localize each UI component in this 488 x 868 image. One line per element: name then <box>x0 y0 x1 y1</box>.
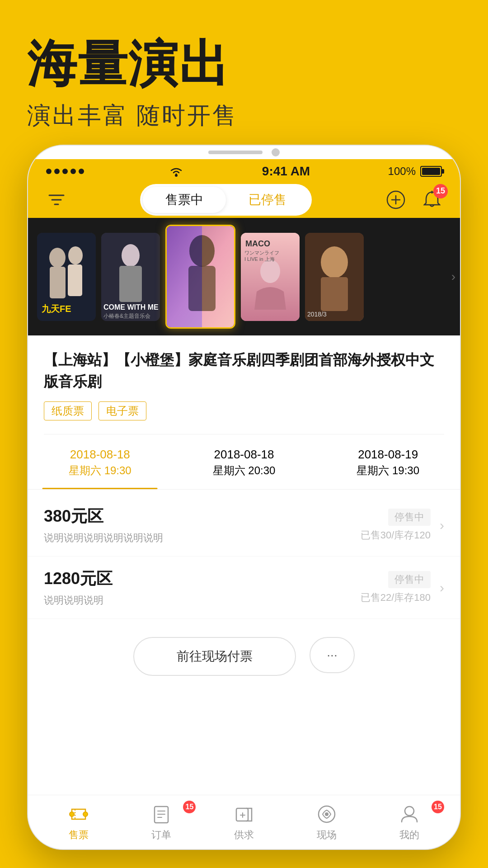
bottom-nav: 售票 15 订单 <box>28 795 460 849</box>
battery-fill <box>422 168 440 175</box>
time-slot-3[interactable]: 2018-08-19 星期六 19:30 <box>316 434 460 489</box>
nav-item-supply[interactable]: 供求 <box>202 803 285 842</box>
live-nav-icon <box>315 803 338 826</box>
nav-item-ticket[interactable]: 售票 <box>37 803 120 842</box>
svg-point-25 <box>260 259 280 283</box>
nav-item-live[interactable]: 现场 <box>286 803 368 842</box>
go-to-venue-button[interactable]: 前往现场付票 <box>133 637 296 676</box>
svg-text:ワンマンライフ: ワンマンライフ <box>244 250 279 255</box>
carousel-item[interactable]: MACO ワンマンライフ I LIVE in 上海 <box>241 233 300 321</box>
slot-date-2: 2018-08-18 <box>181 446 307 463</box>
filter-icon <box>47 192 66 208</box>
signal-dot <box>79 169 84 174</box>
battery-percent: 100% <box>388 165 416 178</box>
status-label-2: 停售中 <box>388 571 431 588</box>
nav-label-ticket: 售票 <box>69 828 89 842</box>
svg-text:小椿春&主题音乐会: 小椿春&主题音乐会 <box>103 313 150 319</box>
hero-subtitle: 演出丰富 随时开售 <box>27 100 461 132</box>
time-slot-1[interactable]: 2018-08-18 星期六 19:30 <box>28 434 172 489</box>
signal-dot <box>54 169 60 174</box>
ticket-info-1: 380元区 说明说明说明说明说明说明 <box>44 505 361 545</box>
nav-label-live: 现场 <box>317 828 337 842</box>
ticket-price-2: 1280元区 <box>44 568 361 590</box>
supply-nav-icon <box>233 803 255 826</box>
signal-indicator <box>46 169 84 174</box>
svg-rect-12 <box>68 264 82 296</box>
svg-rect-22 <box>167 226 202 327</box>
carousel-item[interactable]: COME WITH ME 小椿春&主题音乐会 <box>101 233 160 321</box>
svg-point-11 <box>68 246 83 264</box>
svg-rect-16 <box>119 266 142 302</box>
chevron-icon-1: › <box>440 518 444 533</box>
carousel-item-featured[interactable] <box>165 225 235 329</box>
svg-point-34 <box>83 812 88 816</box>
more-options-button[interactable]: ··· <box>310 637 355 673</box>
event-title: 【上海站】【小橙堡】家庭音乐剧四季剧团首部海外授权中文版音乐剧 <box>44 349 444 392</box>
carousel-track: 九天FE COME WITH ME 小椿春&主题音乐会 <box>28 218 373 335</box>
svg-rect-10 <box>50 267 66 298</box>
slot-day-2: 星期六 20:30 <box>181 463 307 478</box>
signal-dot <box>70 169 76 174</box>
tab-off-sale[interactable]: 已停售 <box>226 187 309 213</box>
nav-item-order[interactable]: 15 订单 <box>120 803 202 842</box>
ticket-tags: 纸质票 电子票 <box>44 401 444 420</box>
action-buttons: 前往现场付票 ··· <box>28 623 460 689</box>
ticket-desc-2: 说明说明说明 <box>44 594 361 607</box>
ticket-price-1: 380元区 <box>44 505 361 528</box>
phone-mockup: 9:41 AM 100% 售票中 已停售 <box>27 145 461 850</box>
svg-text:COME WITH ME: COME WITH ME <box>103 303 159 311</box>
svg-text:I LIVE in 上海: I LIVE in 上海 <box>244 256 275 262</box>
svg-point-15 <box>122 244 140 267</box>
event-info: 【上海站】【小橙堡】家庭音乐剧四季剧团首部海外授权中文版音乐剧 纸质票 电子票 <box>28 335 460 434</box>
filter-button[interactable] <box>44 188 69 212</box>
carousel-item[interactable]: 2018/3 <box>305 233 364 321</box>
svg-point-0 <box>175 174 178 177</box>
carousel-section: 九天FE COME WITH ME 小椿春&主题音乐会 <box>28 218 460 335</box>
slot-date-1: 2018-08-18 <box>37 446 163 463</box>
slot-date-3: 2018-08-19 <box>325 446 451 463</box>
nav-label-profile: 我的 <box>399 828 419 842</box>
more-dots-icon: ··· <box>327 648 337 662</box>
battery-icon <box>420 166 442 177</box>
app-header: 售票中 已停售 15 <box>28 182 460 218</box>
slot-day-3: 星期六 19:30 <box>325 463 451 478</box>
hero-section: 海量演出 演出丰富 随时开售 <box>0 0 488 145</box>
chevron-icon-2: › <box>440 580 444 595</box>
carousel-item[interactable]: 九天FE <box>37 233 96 321</box>
notch-bar <box>208 151 263 154</box>
status-time: 9:41 AM <box>262 164 310 179</box>
phone-notch <box>28 146 460 159</box>
add-icon <box>386 190 405 209</box>
time-slot-2[interactable]: 2018-08-18 星期六 20:30 <box>172 434 316 489</box>
stock-info-2: 已售22/库存180 <box>361 591 431 604</box>
carousel-next[interactable]: › <box>451 269 455 284</box>
ticket-info-2: 1280元区 说明说明说明 <box>44 568 361 607</box>
slot-day-1: 星期六 19:30 <box>37 463 163 478</box>
svg-point-43 <box>325 812 328 816</box>
nav-label-supply: 供求 <box>234 828 254 842</box>
ticket-row-1[interactable]: 380元区 说明说明说明说明说明说明 停售中 已售30/库存120 › <box>28 494 460 557</box>
notification-button[interactable]: 15 <box>419 188 444 212</box>
tag-e-ticket: 电子票 <box>99 401 146 420</box>
time-slots: 2018-08-18 星期六 19:30 2018-08-18 星期六 20:3… <box>28 434 460 490</box>
svg-text:九天FE: 九天FE <box>41 304 71 314</box>
signal-dot <box>62 169 68 174</box>
svg-point-9 <box>49 248 66 268</box>
profile-nav-icon <box>398 803 421 826</box>
nav-label-order: 订单 <box>151 828 171 842</box>
ticket-sections: 380元区 说明说明说明说明说明说明 停售中 已售30/库存120 › 1280… <box>28 490 460 623</box>
wifi-icon <box>169 165 184 178</box>
svg-rect-23 <box>202 226 234 327</box>
order-nav-icon <box>150 803 173 826</box>
tag-paper-ticket: 纸质票 <box>44 401 92 420</box>
ticket-row-2[interactable]: 1280元区 说明说明说明 停售中 已售22/库存180 › <box>28 557 460 619</box>
svg-point-33 <box>70 812 74 816</box>
ticket-status-1: 停售中 已售30/库存120 <box>361 509 431 542</box>
add-button[interactable] <box>383 188 408 212</box>
notification-badge: 15 <box>433 184 448 198</box>
hero-title: 海量演出 <box>27 36 461 91</box>
nav-item-profile[interactable]: 15 我的 <box>368 803 451 842</box>
tab-on-sale[interactable]: 售票中 <box>143 187 226 213</box>
notch-dot <box>272 148 280 156</box>
order-badge: 15 <box>183 801 196 813</box>
